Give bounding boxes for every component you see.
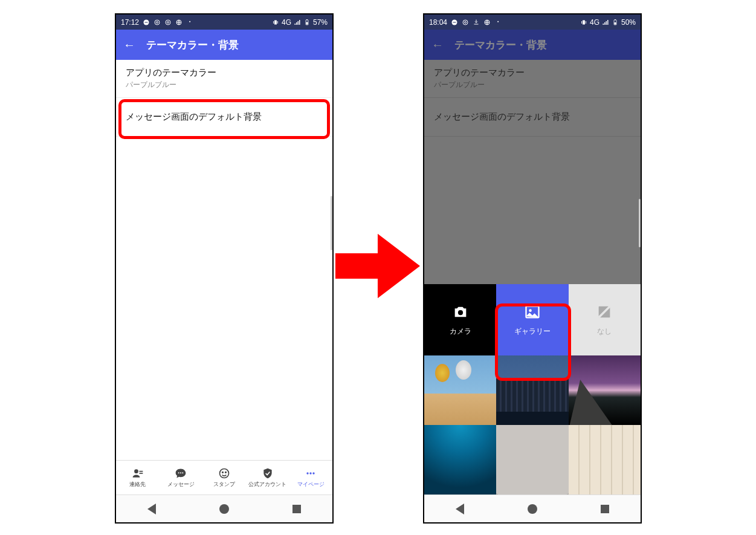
phone-right: 18:04 ・ 4G bbox=[423, 13, 642, 524]
svg-point-25 bbox=[463, 20, 468, 25]
row-default-bg: メッセージ画面のデフォルト背景 bbox=[424, 98, 641, 137]
vibrate-icon bbox=[580, 19, 587, 26]
option-gallery-label: ギャラリー bbox=[514, 326, 551, 337]
svg-rect-7 bbox=[274, 20, 277, 24]
row-bg-title: メッセージ画面のデフォルト背景 bbox=[126, 111, 323, 123]
option-none-label: なし bbox=[597, 326, 612, 337]
chrome-icon-2 bbox=[164, 19, 172, 26]
status-battery: 50% bbox=[621, 18, 636, 27]
svg-rect-29 bbox=[583, 20, 585, 24]
status-bar: 17:12 ・ 4G bbox=[116, 15, 332, 30]
preset-sea[interactable] bbox=[424, 425, 496, 494]
svg-point-11 bbox=[134, 469, 138, 473]
svg-point-33 bbox=[458, 310, 463, 315]
tab-mypage[interactable]: マイページ bbox=[289, 461, 332, 494]
svg-point-35 bbox=[529, 309, 532, 312]
svg-rect-1 bbox=[145, 22, 148, 22]
header-title: テーマカラー・背景 bbox=[146, 38, 239, 52]
bg-source-options: カメラ ギャラリー なし bbox=[424, 284, 641, 355]
svg-rect-31 bbox=[615, 19, 616, 20]
preset-rock[interactable] bbox=[496, 425, 568, 494]
svg-point-2 bbox=[155, 20, 160, 25]
nav-home-icon[interactable] bbox=[528, 504, 537, 514]
svg-point-19 bbox=[225, 472, 227, 473]
nav-recent-icon[interactable] bbox=[601, 505, 609, 513]
svg-point-21 bbox=[310, 472, 312, 474]
scroll-indicator bbox=[331, 196, 332, 250]
status-network: 4G bbox=[590, 18, 599, 27]
tab-messages-label: メッセージ bbox=[167, 481, 195, 488]
option-gallery[interactable]: ギャラリー bbox=[496, 284, 568, 355]
header-title: テーマカラー・背景 bbox=[454, 38, 547, 52]
app-header: ← テーマカラー・背景 bbox=[424, 30, 641, 60]
svg-point-22 bbox=[313, 472, 315, 474]
dnd-icon bbox=[143, 19, 150, 26]
status-dot: ・ bbox=[494, 17, 502, 27]
svg-point-4 bbox=[166, 20, 170, 25]
preset-balloons[interactable] bbox=[424, 355, 496, 425]
svg-rect-10 bbox=[306, 22, 308, 24]
globe-icon bbox=[175, 19, 183, 26]
svg-rect-24 bbox=[453, 22, 456, 22]
row-theme-sub: パープルブルー bbox=[126, 80, 323, 90]
preset-mountain[interactable] bbox=[569, 355, 641, 425]
vibrate-icon bbox=[272, 19, 279, 26]
svg-point-18 bbox=[222, 472, 224, 473]
tab-stamps[interactable]: スタンプ bbox=[202, 461, 246, 494]
chrome-icon bbox=[462, 19, 469, 26]
dnd-icon bbox=[451, 19, 458, 26]
option-camera[interactable]: カメラ bbox=[424, 284, 496, 355]
preset-row-1 bbox=[424, 355, 641, 425]
tab-contacts[interactable]: 連絡先 bbox=[116, 461, 160, 494]
signal-icon bbox=[602, 19, 609, 26]
svg-point-14 bbox=[178, 472, 179, 473]
scroll-indicator bbox=[639, 199, 641, 247]
row-theme-title: アプリのテーマカラー bbox=[126, 67, 323, 79]
status-bar: 18:04 ・ 4G bbox=[424, 15, 641, 30]
nav-back-icon[interactable] bbox=[147, 504, 156, 514]
signal-icon bbox=[294, 19, 301, 26]
preset-city[interactable] bbox=[496, 355, 568, 425]
nav-recent-icon[interactable] bbox=[292, 505, 301, 513]
tab-messages[interactable]: メッセージ bbox=[160, 461, 203, 494]
dim-overlay-area[interactable] bbox=[424, 137, 641, 284]
preset-row-2 bbox=[424, 425, 641, 494]
svg-point-16 bbox=[183, 472, 184, 473]
svg-rect-32 bbox=[614, 22, 616, 25]
svg-point-15 bbox=[180, 472, 181, 473]
tab-official-label: 公式アカウント bbox=[248, 481, 286, 488]
svg-point-20 bbox=[307, 472, 309, 474]
globe-icon bbox=[483, 19, 491, 26]
app-header: ← テーマカラー・背景 bbox=[116, 30, 332, 60]
nav-home-icon[interactable] bbox=[219, 504, 229, 514]
svg-point-26 bbox=[465, 21, 467, 23]
preset-wood[interactable] bbox=[569, 425, 641, 494]
nav-back-icon[interactable] bbox=[456, 504, 464, 514]
back-icon[interactable]: ← bbox=[123, 38, 135, 52]
download-icon bbox=[473, 19, 480, 26]
svg-point-17 bbox=[219, 469, 228, 478]
row-theme-color: アプリのテーマカラー パープルブルー bbox=[424, 60, 641, 98]
status-time: 17:12 bbox=[121, 18, 139, 27]
back-icon[interactable]: ← bbox=[431, 38, 444, 52]
row-theme-title: アプリのテーマカラー bbox=[434, 67, 631, 79]
status-time: 18:04 bbox=[429, 18, 447, 27]
status-dot: ・ bbox=[186, 17, 193, 27]
tab-stamps-label: スタンプ bbox=[213, 481, 235, 488]
svg-rect-12 bbox=[139, 470, 143, 472]
flow-arrow-icon bbox=[335, 224, 420, 308]
option-none[interactable]: なし bbox=[569, 284, 641, 355]
status-battery: 57% bbox=[313, 18, 328, 27]
row-default-bg[interactable]: メッセージ画面のデフォルト背景 bbox=[116, 98, 332, 137]
tab-contacts-label: 連絡先 bbox=[129, 481, 146, 488]
row-theme-color[interactable]: アプリのテーマカラー パープルブルー bbox=[116, 60, 332, 98]
svg-rect-13 bbox=[139, 473, 143, 474]
tab-official[interactable]: 公式アカウント bbox=[246, 461, 289, 494]
phone-left: 17:12 ・ 4G bbox=[115, 13, 334, 524]
battery-icon bbox=[303, 19, 311, 26]
chrome-icon bbox=[153, 19, 161, 26]
system-navbar bbox=[116, 494, 332, 522]
svg-point-3 bbox=[157, 21, 158, 23]
battery-icon bbox=[612, 19, 619, 26]
svg-point-5 bbox=[167, 21, 169, 23]
